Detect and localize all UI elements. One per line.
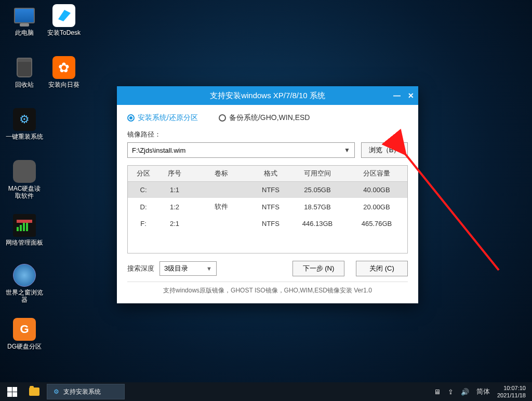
taskbar-time: 10:07:10	[497, 384, 526, 392]
gear-icon: ⚙	[13, 108, 36, 131]
desktop-icon-sunflower[interactable]: ✿ 安装向日葵	[45, 56, 83, 88]
taskbar-file-explorer[interactable]	[24, 382, 45, 401]
col-free: 可用空间	[289, 166, 346, 182]
col-sequence: 序号	[159, 166, 190, 182]
taskbar-active-app[interactable]: ⚙ 支持安装系统	[47, 384, 125, 399]
apple-icon	[13, 160, 36, 183]
image-path-input[interactable]: F:\Zjds\install.wim ▼	[127, 142, 355, 158]
desktop-icon-dg-partition[interactable]: G DG硬盘分区	[5, 318, 44, 350]
desktop-icon-todesk[interactable]: 安装ToDesk	[45, 4, 83, 36]
next-button[interactable]: 下一步 (N)	[292, 261, 344, 276]
table-row[interactable]: C: 1:1 NTFS 25.05GB 40.00GB	[128, 182, 407, 198]
browse-button[interactable]: 浏览（B）	[361, 142, 408, 158]
taskbar-app-title: 支持安装系统	[63, 387, 101, 396]
taskbar: ⚙ 支持安装系统 🖥 ⇪ 🔊 简体 10:07:10 2021/11/18	[0, 382, 532, 401]
desktop-icon-label: 安装ToDesk	[45, 29, 83, 36]
todesk-icon	[52, 4, 75, 27]
start-button[interactable]	[0, 382, 24, 401]
search-depth-value: 3级目录	[164, 264, 188, 273]
radio-dot-icon	[127, 114, 135, 122]
support-text: 支持windows原版镜像，GHOST ISO镜像，GHO,WIM,ESD镜像安…	[127, 282, 408, 301]
svg-rect-1	[20, 225, 22, 231]
radio-backup[interactable]: 备份系统/GHO,WIN,ESD	[219, 113, 310, 123]
desktop-icon-browser[interactable]: 世界之窗浏览器	[5, 264, 44, 303]
desktop-icon-label: MAC硬盘读取软件	[5, 185, 44, 199]
search-depth-select[interactable]: 3级目录 ▼	[159, 261, 217, 276]
svg-rect-4	[17, 220, 32, 223]
svg-rect-2	[23, 223, 25, 231]
radio-dot-icon	[219, 114, 226, 122]
bin-icon	[17, 58, 32, 77]
close-button[interactable]: ✕	[408, 91, 414, 100]
desktop-icon-recycle-bin[interactable]: 回收站	[5, 56, 44, 88]
desktop-icon-reinstall[interactable]: ⚙ 一键重装系统	[5, 108, 44, 140]
desktop-icon-network-panel[interactable]: 网络管理面板	[5, 214, 44, 246]
gear-icon: ⚙	[54, 388, 59, 395]
taskbar-clock[interactable]: 10:07:10 2021/11/18	[497, 384, 526, 399]
dropdown-arrow-icon: ▼	[206, 265, 212, 272]
install-dialog: 支持安装windows XP/7/8/10 系统 — ✕ 安装系统/还原分区 备…	[117, 86, 418, 303]
desktop-icon-label: 此电脑	[5, 29, 44, 36]
sunflower-icon: ✿	[52, 56, 75, 79]
windows-logo-icon	[7, 387, 17, 397]
globe-icon	[13, 264, 36, 287]
window-title: 支持安装windows XP/7/8/10 系统	[210, 91, 325, 101]
system-tray: 🖥 ⇪ 🔊 简体 10:07:10 2021/11/18	[434, 384, 532, 399]
folder-icon	[29, 387, 39, 396]
table-row[interactable]: D: 1:2 软件 NTFS 18.57GB 20.00GB	[128, 198, 407, 216]
partition-table: 分区 序号 卷标 格式 可用空间 分区容量 C: 1:1 NTFS 25.05	[127, 165, 408, 253]
dg-icon: G	[13, 318, 36, 341]
col-partition: 分区	[128, 166, 159, 182]
search-depth-label: 搜索深度	[127, 264, 154, 273]
minimize-button[interactable]: —	[393, 91, 401, 100]
pc-icon	[14, 8, 35, 23]
image-path-value: F:\Zjds\install.wim	[132, 146, 185, 154]
titlebar[interactable]: 支持安装windows XP/7/8/10 系统 — ✕	[117, 86, 418, 105]
ime-indicator[interactable]: 简体	[476, 387, 490, 396]
network-icon	[13, 214, 36, 237]
desktop-icon-this-pc[interactable]: 此电脑	[5, 4, 44, 36]
network-tray-icon[interactable]: 🖥	[434, 388, 441, 396]
desktop-icon-label: 回收站	[5, 81, 44, 88]
desktop-icon-label: DG硬盘分区	[5, 343, 44, 350]
col-format: 格式	[252, 166, 289, 182]
usb-tray-icon[interactable]: ⇪	[448, 388, 454, 396]
desktop-icon-label: 安装向日葵	[45, 81, 83, 88]
close-dialog-button[interactable]: 关闭 (C)	[356, 261, 408, 276]
svg-marker-5	[58, 10, 71, 21]
dropdown-arrow-icon[interactable]: ▼	[344, 146, 350, 154]
desktop-icon-mac-disk[interactable]: MAC硬盘读取软件	[5, 160, 44, 199]
desktop-icon-label: 世界之窗浏览器	[5, 289, 44, 303]
radio-label: 安装系统/还原分区	[138, 113, 198, 123]
radio-label: 备份系统/GHO,WIN,ESD	[229, 113, 310, 123]
col-capacity: 分区容量	[346, 166, 407, 182]
desktop-icon-label: 一键重装系统	[5, 133, 44, 140]
desktop-icon-label: 网络管理面板	[5, 239, 44, 246]
image-path-label: 镜像路径：	[127, 130, 408, 139]
svg-rect-0	[17, 227, 19, 231]
table-row[interactable]: F: 2:1 NTFS 446.13GB 465.76GB	[128, 216, 407, 232]
taskbar-date: 2021/11/18	[497, 392, 526, 399]
radio-install-restore[interactable]: 安装系统/还原分区	[127, 113, 198, 123]
col-volume: 卷标	[190, 166, 252, 182]
volume-tray-icon[interactable]: 🔊	[461, 388, 469, 396]
